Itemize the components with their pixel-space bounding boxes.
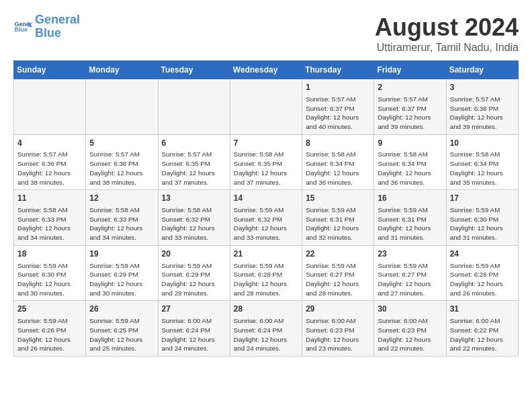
week-row-2: 11Sunrise: 5:58 AM Sunset: 6:33 PM Dayli…	[14, 190, 519, 246]
day-info: Sunrise: 5:58 AM Sunset: 6:33 PM Dayligh…	[17, 205, 82, 242]
weekday-header-saturday: Saturday	[446, 61, 518, 79]
day-info: Sunrise: 5:57 AM Sunset: 6:36 PM Dayligh…	[17, 150, 82, 187]
day-number: 6	[162, 138, 226, 149]
day-number: 20	[162, 248, 226, 260]
weekday-header-sunday: Sunday	[14, 61, 86, 79]
day-number: 2	[378, 82, 442, 93]
day-info: Sunrise: 5:59 AM Sunset: 6:30 PM Dayligh…	[450, 205, 515, 242]
day-number: 30	[378, 304, 442, 315]
calendar-cell: 25Sunrise: 5:59 AM Sunset: 6:26 PM Dayli…	[14, 301, 86, 357]
calendar-cell: 28Sunrise: 6:00 AM Sunset: 6:24 PM Dayli…	[230, 301, 302, 357]
calendar-cell: 11Sunrise: 5:58 AM Sunset: 6:33 PM Dayli…	[14, 190, 86, 246]
weekday-header-thursday: Thursday	[302, 61, 374, 79]
day-info: Sunrise: 5:58 AM Sunset: 6:33 PM Dayligh…	[89, 205, 154, 242]
calendar-cell: 9Sunrise: 5:58 AM Sunset: 6:34 PM Daylig…	[374, 134, 446, 190]
day-info: Sunrise: 5:57 AM Sunset: 6:35 PM Dayligh…	[162, 150, 226, 187]
title-area: August 2024 Uttiramerur, Tamil Nadu, Ind…	[375, 13, 519, 54]
day-number: 17	[450, 193, 515, 204]
calendar-cell	[230, 79, 302, 135]
day-number: 13	[162, 193, 226, 204]
day-info: Sunrise: 5:58 AM Sunset: 6:35 PM Dayligh…	[234, 150, 298, 187]
calendar-cell: 13Sunrise: 5:58 AM Sunset: 6:32 PM Dayli…	[158, 190, 230, 246]
day-info: Sunrise: 5:59 AM Sunset: 6:29 PM Dayligh…	[162, 261, 226, 298]
calendar-cell: 26Sunrise: 5:59 AM Sunset: 6:25 PM Dayli…	[86, 301, 158, 357]
calendar-cell: 18Sunrise: 5:59 AM Sunset: 6:30 PM Dayli…	[14, 245, 86, 301]
calendar-cell: 2Sunrise: 5:57 AM Sunset: 6:37 PM Daylig…	[374, 79, 446, 135]
week-row-4: 25Sunrise: 5:59 AM Sunset: 6:26 PM Dayli…	[14, 301, 519, 357]
day-info: Sunrise: 6:00 AM Sunset: 6:23 PM Dayligh…	[306, 316, 370, 353]
calendar-cell: 30Sunrise: 6:00 AM Sunset: 6:23 PM Dayli…	[374, 301, 446, 357]
calendar-cell: 10Sunrise: 5:58 AM Sunset: 6:34 PM Dayli…	[446, 134, 518, 190]
location-title: Uttiramerur, Tamil Nadu, India	[375, 42, 519, 54]
weekday-header-row: SundayMondayTuesdayWednesdayThursdayFrid…	[14, 61, 519, 79]
day-number: 25	[17, 304, 82, 315]
calendar-cell	[158, 79, 230, 135]
calendar-cell	[14, 79, 86, 135]
day-number: 7	[234, 138, 298, 149]
weekday-header-friday: Friday	[374, 61, 446, 79]
day-number: 29	[306, 304, 370, 315]
day-number: 3	[450, 82, 515, 93]
day-info: Sunrise: 6:00 AM Sunset: 6:24 PM Dayligh…	[162, 316, 226, 353]
day-number: 19	[89, 248, 154, 260]
day-number: 21	[234, 248, 298, 260]
day-info: Sunrise: 5:59 AM Sunset: 6:28 PM Dayligh…	[234, 261, 298, 298]
day-info: Sunrise: 5:59 AM Sunset: 6:26 PM Dayligh…	[17, 316, 82, 353]
calendar-cell: 14Sunrise: 5:59 AM Sunset: 6:32 PM Dayli…	[230, 190, 302, 246]
day-info: Sunrise: 5:59 AM Sunset: 6:31 PM Dayligh…	[306, 205, 370, 242]
calendar-cell: 23Sunrise: 5:59 AM Sunset: 6:27 PM Dayli…	[374, 245, 446, 301]
calendar-cell: 4Sunrise: 5:57 AM Sunset: 6:36 PM Daylig…	[14, 134, 86, 190]
day-number: 8	[306, 138, 370, 149]
day-info: Sunrise: 5:59 AM Sunset: 6:30 PM Dayligh…	[17, 261, 82, 298]
day-number: 24	[450, 248, 515, 260]
calendar-cell: 31Sunrise: 6:00 AM Sunset: 6:22 PM Dayli…	[446, 301, 518, 357]
weekday-header-monday: Monday	[86, 61, 158, 79]
calendar-cell: 15Sunrise: 5:59 AM Sunset: 6:31 PM Dayli…	[302, 190, 374, 246]
calendar-cell: 22Sunrise: 5:59 AM Sunset: 6:27 PM Dayli…	[302, 245, 374, 301]
calendar-body: 1Sunrise: 5:57 AM Sunset: 6:37 PM Daylig…	[14, 79, 519, 357]
day-info: Sunrise: 5:59 AM Sunset: 6:27 PM Dayligh…	[306, 261, 370, 298]
calendar-cell: 6Sunrise: 5:57 AM Sunset: 6:35 PM Daylig…	[158, 134, 230, 190]
day-number: 15	[306, 193, 370, 204]
day-number: 1	[306, 82, 370, 93]
calendar-cell: 3Sunrise: 5:57 AM Sunset: 6:36 PM Daylig…	[446, 79, 518, 135]
calendar-cell: 27Sunrise: 6:00 AM Sunset: 6:24 PM Dayli…	[158, 301, 230, 357]
calendar-cell: 19Sunrise: 5:59 AM Sunset: 6:29 PM Dayli…	[86, 245, 158, 301]
calendar-table: SundayMondayTuesdayWednesdayThursdayFrid…	[13, 60, 519, 357]
calendar-cell: 16Sunrise: 5:59 AM Sunset: 6:31 PM Dayli…	[374, 190, 446, 246]
day-info: Sunrise: 5:59 AM Sunset: 6:25 PM Dayligh…	[89, 316, 154, 353]
logo-general: General	[35, 13, 80, 26]
calendar-cell: 12Sunrise: 5:58 AM Sunset: 6:33 PM Dayli…	[86, 190, 158, 246]
weekday-header-wednesday: Wednesday	[230, 61, 302, 79]
day-number: 11	[17, 193, 82, 204]
day-number: 10	[450, 138, 515, 149]
day-number: 12	[89, 193, 154, 204]
day-number: 5	[89, 138, 154, 149]
day-number: 9	[378, 138, 442, 149]
day-info: Sunrise: 5:59 AM Sunset: 6:29 PM Dayligh…	[89, 261, 154, 298]
calendar-cell: 24Sunrise: 5:59 AM Sunset: 6:26 PM Dayli…	[446, 245, 518, 301]
week-row-3: 18Sunrise: 5:59 AM Sunset: 6:30 PM Dayli…	[14, 245, 519, 301]
day-number: 16	[378, 193, 442, 204]
day-info: Sunrise: 6:00 AM Sunset: 6:22 PM Dayligh…	[450, 316, 515, 353]
day-info: Sunrise: 5:59 AM Sunset: 6:27 PM Dayligh…	[378, 261, 442, 298]
day-info: Sunrise: 5:58 AM Sunset: 6:34 PM Dayligh…	[306, 150, 370, 187]
day-info: Sunrise: 5:59 AM Sunset: 6:26 PM Dayligh…	[450, 261, 515, 298]
day-info: Sunrise: 5:57 AM Sunset: 6:36 PM Dayligh…	[89, 150, 154, 187]
day-info: Sunrise: 5:59 AM Sunset: 6:32 PM Dayligh…	[234, 205, 298, 242]
day-info: Sunrise: 6:00 AM Sunset: 6:24 PM Dayligh…	[234, 316, 298, 353]
calendar-cell: 29Sunrise: 6:00 AM Sunset: 6:23 PM Dayli…	[302, 301, 374, 357]
day-info: Sunrise: 5:57 AM Sunset: 6:37 PM Dayligh…	[378, 95, 442, 132]
day-number: 26	[89, 304, 154, 315]
week-row-0: 1Sunrise: 5:57 AM Sunset: 6:37 PM Daylig…	[14, 79, 519, 135]
calendar-cell: 8Sunrise: 5:58 AM Sunset: 6:34 PM Daylig…	[302, 134, 374, 190]
day-number: 27	[162, 304, 226, 315]
calendar-cell: 20Sunrise: 5:59 AM Sunset: 6:29 PM Dayli…	[158, 245, 230, 301]
day-info: Sunrise: 5:58 AM Sunset: 6:32 PM Dayligh…	[162, 205, 226, 242]
logo-blue: Blue	[35, 26, 61, 40]
calendar-cell: 7Sunrise: 5:58 AM Sunset: 6:35 PM Daylig…	[230, 134, 302, 190]
calendar-cell	[86, 79, 158, 135]
day-number: 18	[17, 248, 82, 260]
day-info: Sunrise: 5:57 AM Sunset: 6:36 PM Dayligh…	[450, 95, 515, 132]
month-title: August 2024	[375, 13, 519, 42]
